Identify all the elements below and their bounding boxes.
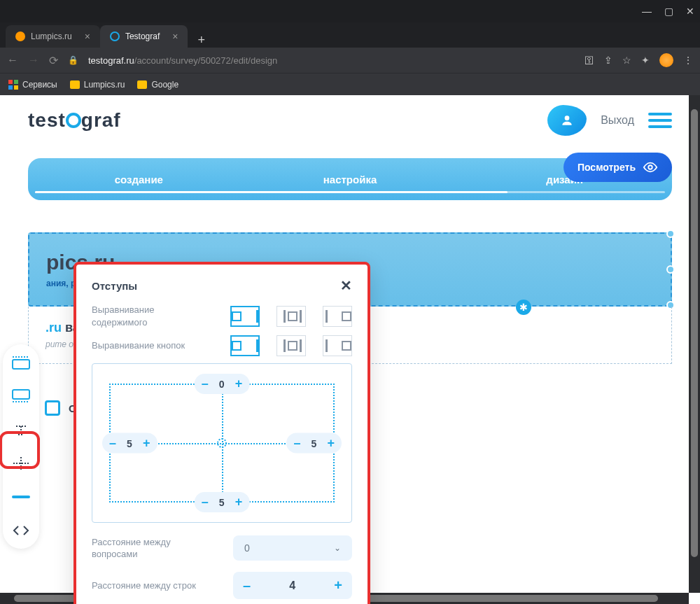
code-tool[interactable] [8, 519, 34, 542]
extensions-icon[interactable]: ✦ [641, 55, 650, 66]
profile-avatar[interactable] [659, 53, 673, 67]
increment-button[interactable]: + [327, 436, 335, 451]
padding-top-stepper[interactable]: – 0 + [195, 374, 250, 394]
folder-icon [70, 80, 80, 89]
tab-favicon [15, 31, 25, 41]
tab-favicon [110, 31, 120, 41]
step-progress-line [35, 191, 665, 193]
reload-button[interactable]: ⟳ [49, 54, 58, 67]
text-tool[interactable] [8, 419, 34, 441]
increment-button[interactable]: + [235, 495, 243, 510]
line-gap-stepper[interactable]: – 4 + [233, 572, 352, 599]
step-settings[interactable]: настройка [243, 174, 458, 185]
question-gap-label: Расстояние между вопросами [92, 536, 197, 561]
bookmark-services[interactable]: Сервисы [8, 80, 57, 90]
checkbox-icon[interactable] [45, 400, 60, 416]
header-tool[interactable] [8, 385, 34, 407]
window-titlebar: — ▢ ✕ [0, 0, 700, 22]
close-window-button[interactable]: ✕ [686, 6, 694, 17]
share-icon[interactable]: ⇪ [604, 55, 612, 66]
question-gap-select[interactable]: 0 ⌄ [233, 535, 352, 561]
step-create[interactable]: создание [28, 174, 243, 185]
align-right-option[interactable] [323, 306, 352, 327]
browser-menu-icon[interactable]: ⋮ [683, 55, 693, 66]
center-dot-icon [217, 438, 227, 448]
align-left-option[interactable] [230, 306, 260, 327]
minimize-button[interactable]: — [642, 6, 652, 17]
resize-handle[interactable] [666, 230, 675, 238]
padding-top-value: 0 [217, 379, 227, 390]
testograf-logo[interactable]: testgraf [28, 109, 121, 132]
spacing-tool[interactable] [8, 452, 34, 475]
padding-left-value: 5 [125, 437, 134, 449]
app-header: testgraf Выход [0, 95, 700, 146]
align-center-option[interactable] [276, 335, 306, 356]
panel-title: Отступы [92, 280, 137, 292]
align-buttons-options [230, 335, 352, 356]
decrement-button[interactable]: – [202, 377, 209, 391]
align-left-option[interactable] [230, 335, 260, 356]
decrement-button[interactable]: – [243, 577, 251, 594]
required-badge-icon: ✱ [516, 300, 531, 315]
svg-rect-3 [13, 390, 29, 399]
line-tool[interactable] [8, 486, 34, 508]
align-buttons-label: Выравнивание кнопок [92, 339, 185, 352]
padding-right-stepper[interactable]: – 5 + [286, 433, 342, 454]
increment-button[interactable]: + [143, 436, 150, 451]
padding-right-value: 5 [309, 437, 318, 449]
back-button[interactable]: ← [7, 54, 18, 66]
padding-visual: – 0 + – 5 + – 5 + – 5 + [109, 384, 335, 503]
close-tab-icon[interactable]: × [85, 31, 90, 42]
align-content-label: Выравнивание содержимого [92, 304, 197, 328]
user-avatar-bubble[interactable] [547, 105, 587, 136]
align-content-options [230, 306, 352, 327]
url-display[interactable]: testograf.ru/account/survey/500272/edit/… [88, 55, 277, 66]
new-tab-button[interactable]: + [188, 33, 215, 48]
decrement-button[interactable]: – [293, 436, 300, 451]
eye-icon [643, 160, 658, 175]
design-toolbar [3, 344, 39, 549]
align-right-option[interactable] [323, 335, 352, 356]
padding-left-stepper[interactable]: – 5 + [102, 433, 158, 454]
svg-rect-2 [13, 360, 29, 369]
chevron-down-icon: ⌄ [334, 543, 341, 553]
panel-close-button[interactable]: ✕ [340, 277, 352, 294]
decrement-button[interactable]: – [202, 495, 209, 510]
padding-editor: – 0 + – 5 + – 5 + – 5 + [92, 363, 352, 523]
logout-link[interactable]: Выход [601, 114, 634, 127]
increment-button[interactable]: + [235, 377, 243, 391]
tab-label: Testograf [125, 31, 160, 41]
spacing-panel: Отступы ✕ Выравнивание содержимого Вырав… [74, 262, 370, 604]
page-viewport: testgraf Выход Посмотреть создание настр… [0, 95, 700, 604]
increment-button[interactable]: + [334, 577, 342, 594]
padding-bottom-stepper[interactable]: – 5 + [195, 492, 250, 512]
tab-lumpics[interactable]: Lumpics.ru × [6, 25, 100, 48]
apps-grid-icon [8, 80, 18, 90]
padding-bottom-value: 5 [217, 497, 227, 508]
resize-handle[interactable] [666, 265, 675, 274]
forward-button[interactable]: → [28, 54, 39, 66]
address-bar: ← → ⟳ 🔒 testograf.ru/account/survey/5002… [0, 48, 700, 73]
decrement-button[interactable]: – [109, 436, 116, 451]
folder-icon [137, 80, 147, 89]
maximize-button[interactable]: ▢ [664, 6, 673, 17]
close-tab-icon[interactable]: × [172, 31, 178, 42]
back-arrow-icon[interactable]: ← [41, 204, 56, 223]
lock-icon[interactable]: 🔒 [68, 55, 78, 65]
logo-o-icon [66, 113, 81, 128]
preview-button[interactable]: Посмотреть [564, 153, 672, 182]
svg-point-0 [565, 115, 570, 120]
bookmark-google[interactable]: Google [137, 80, 178, 90]
bookmark-star-icon[interactable]: ☆ [622, 55, 631, 66]
user-icon [560, 113, 574, 127]
tab-label: Lumpics.ru [31, 31, 72, 41]
key-icon[interactable]: ⚿ [584, 55, 594, 66]
finish-link[interactable]: Завершить [612, 211, 658, 221]
bookmark-lumpics[interactable]: Lumpics.ru [70, 80, 125, 90]
menu-burger-icon[interactable] [648, 113, 672, 128]
layout-tool[interactable] [8, 351, 34, 374]
line-gap-label: Расстояние между строк [92, 580, 196, 592]
align-center-option[interactable] [276, 306, 306, 327]
tab-testograf[interactable]: Testograf × [100, 25, 188, 48]
vertical-scrollbar[interactable] [689, 95, 700, 593]
